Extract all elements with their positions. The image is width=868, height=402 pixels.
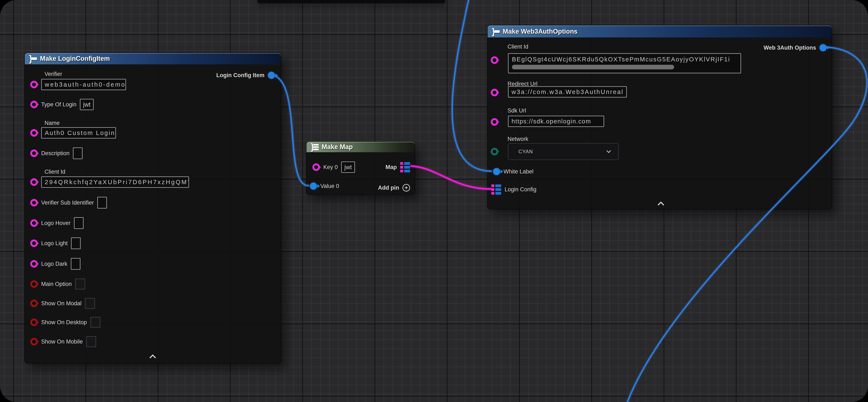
logo-dark-label: Logo Dark bbox=[41, 261, 67, 267]
sdk-url-label: Sdk Url bbox=[507, 108, 526, 114]
verifier-sub-identifier-label: Verifier Sub Identifier bbox=[41, 200, 94, 206]
value-0-label: Value 0 bbox=[320, 183, 339, 190]
pin-login-config-item-output[interactable] bbox=[268, 72, 275, 79]
wire-offscreen-to-white-label[interactable] bbox=[452, 0, 491, 171]
collapse-node-caret-icon[interactable] bbox=[657, 201, 664, 208]
pin-redirect-url[interactable] bbox=[491, 89, 498, 96]
wire-map-to-login-config[interactable] bbox=[411, 166, 491, 189]
logo-light-row: Logo Light bbox=[30, 237, 81, 250]
pin-logo-dark[interactable] bbox=[30, 260, 38, 268]
description-label: Description bbox=[41, 150, 69, 156]
key-0-row: Key 0 jwt bbox=[312, 161, 355, 173]
pin-sdk-url[interactable] bbox=[491, 118, 498, 126]
pin-login-config[interactable] bbox=[491, 184, 501, 195]
key-0-input[interactable]: jwt bbox=[341, 162, 355, 173]
logo-dark-row: Logo Dark bbox=[30, 258, 81, 270]
client-id-row: 294QRkchfq2YaXUbPri7D6PH7xzHgQMT bbox=[30, 176, 189, 189]
logo-light-input[interactable] bbox=[71, 237, 81, 249]
name-label: Name bbox=[44, 120, 60, 126]
show-on-mobile-checkbox[interactable] bbox=[86, 336, 96, 347]
network-value: CYAN bbox=[519, 149, 533, 154]
show-on-desktop-row: Show On Desktop bbox=[30, 316, 100, 328]
output-row: Web 3Auth Options bbox=[764, 41, 827, 54]
pin-name[interactable] bbox=[30, 129, 38, 137]
show-on-mobile-label: Show On Mobile bbox=[41, 339, 83, 345]
pin-logo-light[interactable] bbox=[30, 239, 38, 247]
node-make-map[interactable]: } Make Map Key 0 jwt Map Value 0 Add pin… bbox=[306, 141, 415, 195]
pin-main-option[interactable] bbox=[30, 280, 38, 288]
node-title: Make Map bbox=[321, 143, 353, 151]
pin-value-0[interactable] bbox=[310, 182, 317, 190]
type-of-login-label: Type Of Login bbox=[41, 101, 76, 108]
show-on-desktop-checkbox[interactable] bbox=[90, 317, 100, 328]
pin-web3auth-options-output[interactable] bbox=[819, 44, 827, 51]
client-id-input[interactable]: BEglQSgt4cUWcj6SKRdu5QkOXTsePmMcusG5EAoy… bbox=[508, 53, 741, 74]
logo-hover-input[interactable] bbox=[74, 217, 84, 229]
logo-hover-row: Logo Hover bbox=[30, 217, 84, 229]
name-row: Auth0 Custom Login bbox=[30, 126, 116, 139]
node-title: Make LoginConfigItem bbox=[40, 55, 110, 62]
login-config-label: Login Config bbox=[504, 186, 536, 193]
main-option-checkbox[interactable] bbox=[75, 279, 85, 289]
white-label-label: White Label bbox=[503, 168, 534, 175]
pin-network[interactable] bbox=[491, 148, 498, 155]
network-label: Network bbox=[507, 136, 528, 142]
sdk-url-input[interactable]: https://sdk.openlogin.com bbox=[508, 116, 604, 127]
pin-description[interactable] bbox=[30, 149, 38, 157]
client-id-scrollbar[interactable] bbox=[512, 65, 674, 69]
pin-map-output[interactable] bbox=[400, 162, 410, 172]
login-config-row: Login Config bbox=[491, 183, 536, 196]
make-struct-icon: } bbox=[29, 54, 37, 63]
collapse-node-caret-icon[interactable] bbox=[149, 354, 156, 361]
node-header[interactable]: } Make Map bbox=[307, 142, 415, 152]
pin-type-of-login[interactable] bbox=[30, 101, 38, 108]
client-id-input[interactable]: 294QRkchfq2YaXUbPri7D6PH7xzHgQMT bbox=[41, 176, 189, 188]
pin-client-id[interactable] bbox=[491, 56, 498, 64]
node-header[interactable]: } Make Web3AuthOptions bbox=[488, 25, 832, 37]
pin-client-id[interactable] bbox=[30, 178, 38, 186]
pin-verifier-sub-identifier[interactable] bbox=[30, 199, 38, 206]
pin-white-label[interactable] bbox=[493, 168, 500, 175]
map-output-row: Map bbox=[385, 161, 410, 173]
chevron-down-icon bbox=[607, 148, 611, 153]
verifier-row: web3auth-auth0-demo bbox=[30, 78, 126, 91]
offscreen-node-edge bbox=[257, 0, 445, 3]
network-dropdown[interactable]: CYAN bbox=[508, 143, 619, 160]
pin-show-on-mobile[interactable] bbox=[30, 338, 38, 345]
make-struct-icon: } bbox=[492, 27, 500, 36]
name-input[interactable]: Auth0 Custom Login bbox=[41, 127, 116, 139]
pin-logo-hover[interactable] bbox=[30, 219, 38, 227]
show-on-modal-checkbox[interactable] bbox=[85, 298, 95, 309]
map-output-label: Map bbox=[385, 164, 397, 171]
add-pin-row[interactable]: Add pin + bbox=[378, 181, 410, 194]
pin-show-on-modal[interactable] bbox=[30, 299, 38, 307]
show-on-modal-row: Show On Modal bbox=[30, 297, 95, 310]
redirect-url-input[interactable]: w3a://com.w3a.Web3AuthUnreal bbox=[508, 86, 627, 97]
logo-light-label: Logo Light bbox=[41, 240, 68, 247]
pin-key-0[interactable] bbox=[312, 163, 320, 171]
blueprint-graph-canvas[interactable]: } Make LoginConfigItem Login Config Item… bbox=[0, 0, 868, 402]
key-0-label: Key 0 bbox=[323, 164, 338, 171]
pin-verifier[interactable] bbox=[30, 81, 38, 88]
add-pin-icon[interactable]: + bbox=[402, 184, 410, 192]
verifier-sub-identifier-input[interactable] bbox=[97, 197, 107, 208]
pin-show-on-desktop[interactable] bbox=[30, 318, 38, 326]
node-header[interactable]: } Make LoginConfigItem bbox=[25, 53, 281, 64]
client-id-label: Client Id bbox=[507, 44, 528, 50]
description-row: Description bbox=[30, 147, 83, 160]
logo-dark-input[interactable] bbox=[71, 258, 81, 270]
description-input[interactable] bbox=[73, 147, 83, 159]
verifier-input[interactable]: web3auth-auth0-demo bbox=[41, 79, 126, 90]
add-pin-label: Add pin bbox=[378, 184, 399, 191]
make-map-icon: } bbox=[311, 143, 319, 151]
main-option-row: Main Option bbox=[30, 278, 85, 290]
node-make-loginconfigitem[interactable]: } Make LoginConfigItem Login Config Item… bbox=[24, 53, 281, 364]
output-label: Login Config Item bbox=[216, 72, 265, 79]
main-option-label: Main Option bbox=[41, 281, 72, 287]
type-of-login-row: Type Of Login jwt bbox=[30, 98, 94, 111]
node-title: Make Web3AuthOptions bbox=[503, 28, 578, 35]
type-of-login-input[interactable]: jwt bbox=[80, 99, 94, 110]
node-make-web3authoptions[interactable]: } Make Web3AuthOptions Web 3Auth Options… bbox=[487, 25, 832, 209]
output-label: Web 3Auth Options bbox=[764, 45, 816, 51]
show-on-desktop-label: Show On Desktop bbox=[41, 319, 87, 326]
